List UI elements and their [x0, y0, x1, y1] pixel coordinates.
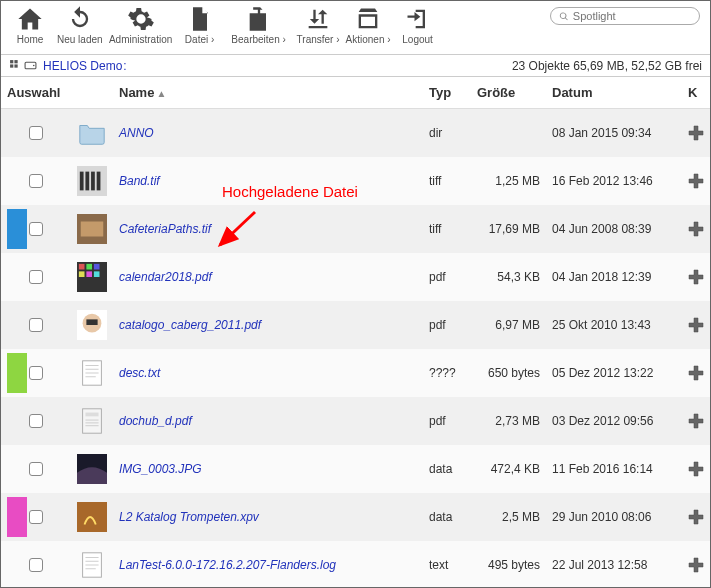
- file-type: tiff: [423, 157, 471, 205]
- drive-icon[interactable]: [24, 59, 37, 72]
- select-checkbox[interactable]: [29, 558, 43, 572]
- svg-rect-18: [86, 271, 92, 277]
- file-name-link[interactable]: IMG_0003.JPG: [119, 462, 202, 476]
- select-checkbox[interactable]: [29, 222, 43, 236]
- file-thumbnail[interactable]: [77, 406, 107, 436]
- file-thumbnail[interactable]: [77, 310, 107, 340]
- file-type: ????: [423, 349, 471, 397]
- reload-label: Neu laden: [57, 34, 103, 45]
- file-thumbnail[interactable]: [77, 262, 107, 292]
- home-button[interactable]: Home: [9, 5, 51, 45]
- grid-icon[interactable]: [9, 59, 22, 72]
- table-row: CafeteriaPaths.tiftiff17,69 MB04 Jun 200…: [1, 205, 710, 253]
- table-row: calendar2018.pdfpdf54,3 KB04 Jan 2018 12…: [1, 253, 710, 301]
- select-checkbox[interactable]: [29, 462, 43, 476]
- file-thumbnail[interactable]: [77, 358, 107, 388]
- file-thumbnail[interactable]: [77, 550, 107, 580]
- select-checkbox[interactable]: [29, 414, 43, 428]
- svg-rect-28: [83, 409, 102, 433]
- spotlight-input[interactable]: [573, 10, 691, 22]
- select-checkbox[interactable]: [29, 510, 43, 524]
- svg-rect-10: [97, 172, 101, 191]
- table-row: LanTest-6.0.0-172.16.2.207-Flanders.logt…: [1, 541, 710, 588]
- add-button[interactable]: [688, 557, 704, 573]
- file-name-link[interactable]: dochub_d.pdf: [119, 414, 192, 428]
- svg-rect-0: [10, 60, 13, 63]
- col-date[interactable]: Datum: [546, 77, 682, 109]
- table-row: IMG_0003.JPGdata472,4 KB11 Feb 2016 16:1…: [1, 445, 710, 493]
- color-label: [7, 353, 27, 393]
- select-checkbox[interactable]: [29, 270, 43, 284]
- file-menu[interactable]: Datei ›: [179, 5, 221, 45]
- file-thumbnail[interactable]: [77, 118, 107, 148]
- col-size[interactable]: Größe: [471, 77, 546, 109]
- file-date: 25 Okt 2010 13:43: [546, 301, 682, 349]
- svg-rect-29: [85, 413, 98, 417]
- file-type: dir: [423, 109, 471, 158]
- file-type: data: [423, 493, 471, 541]
- file-size: 54,3 KB: [471, 253, 546, 301]
- file-name-link[interactable]: Band.tif: [119, 174, 160, 188]
- add-button[interactable]: [688, 413, 704, 429]
- select-checkbox[interactable]: [29, 318, 43, 332]
- svg-rect-19: [94, 271, 100, 277]
- admin-button[interactable]: Administration: [109, 5, 173, 45]
- transfer-menu[interactable]: Transfer ›: [297, 5, 340, 45]
- file-name-link[interactable]: desc.txt: [119, 366, 160, 380]
- file-thumbnail[interactable]: [77, 166, 107, 196]
- select-checkbox[interactable]: [29, 126, 43, 140]
- file-size: 650 bytes: [471, 349, 546, 397]
- col-k[interactable]: K: [682, 77, 710, 109]
- select-checkbox[interactable]: [29, 366, 43, 380]
- select-checkbox[interactable]: [29, 174, 43, 188]
- file-size: 2,5 MB: [471, 493, 546, 541]
- home-label: Home: [17, 34, 44, 45]
- table-row: Band.tiftiff1,25 MB16 Feb 2012 13:46: [1, 157, 710, 205]
- breadcrumb-root[interactable]: HELIOS Demo: [43, 59, 122, 73]
- add-button[interactable]: [688, 125, 704, 141]
- file-date: 08 Jan 2015 09:34: [546, 109, 682, 158]
- file-size: 6,97 MB: [471, 301, 546, 349]
- reload-button[interactable]: Neu laden: [57, 5, 103, 45]
- file-thumbnail[interactable]: [77, 214, 107, 244]
- file-name-link[interactable]: L2 Katalog Trompeten.xpv: [119, 510, 259, 524]
- table-row: ANNOdir08 Jan 2015 09:34: [1, 109, 710, 158]
- add-button[interactable]: [688, 317, 704, 333]
- toolbar: Home Neu laden Administration Datei › Be…: [1, 1, 710, 55]
- file-name-link[interactable]: calendar2018.pdf: [119, 270, 212, 284]
- col-type[interactable]: Typ: [423, 77, 471, 109]
- file-name-link[interactable]: catalogo_caberg_2011.pdf: [119, 318, 261, 332]
- add-button[interactable]: [688, 221, 704, 237]
- svg-rect-1: [14, 60, 17, 63]
- logout-button[interactable]: Logout: [397, 5, 439, 45]
- file-type: data: [423, 445, 471, 493]
- file-thumbnail[interactable]: [77, 454, 107, 484]
- actions-menu[interactable]: Aktionen ›: [346, 5, 391, 45]
- file-date: 29 Jun 2010 08:06: [546, 493, 682, 541]
- file-date: 03 Dez 2012 09:56: [546, 397, 682, 445]
- edit-menu[interactable]: Bearbeiten ›: [227, 5, 291, 45]
- add-button[interactable]: [688, 365, 704, 381]
- file-name-link[interactable]: LanTest-6.0.0-172.16.2.207-Flanders.log: [119, 558, 336, 572]
- file-date: 04 Jun 2008 08:39: [546, 205, 682, 253]
- col-name[interactable]: Name▲: [113, 77, 423, 109]
- svg-rect-17: [79, 271, 85, 277]
- spotlight-search[interactable]: [550, 7, 700, 25]
- add-button[interactable]: [688, 173, 704, 189]
- breadcrumb-sep: :: [123, 59, 126, 73]
- file-thumbnail[interactable]: [77, 502, 107, 532]
- svg-rect-9: [91, 172, 95, 191]
- file-type: pdf: [423, 253, 471, 301]
- file-date: 11 Feb 2016 16:14: [546, 445, 682, 493]
- file-name-link[interactable]: ANNO: [119, 126, 154, 140]
- add-button[interactable]: [688, 509, 704, 525]
- svg-point-5: [33, 65, 35, 67]
- table-row: dochub_d.pdfpdf2,73 MB03 Dez 2012 09:56: [1, 397, 710, 445]
- svg-rect-12: [81, 222, 104, 237]
- add-button[interactable]: [688, 269, 704, 285]
- file-size: 1,25 MB: [471, 157, 546, 205]
- file-name-link[interactable]: CafeteriaPaths.tif: [119, 222, 211, 236]
- file-date: 05 Dez 2012 13:22: [546, 349, 682, 397]
- table-row: L2 Katalog Trompeten.xpvdata2,5 MB29 Jun…: [1, 493, 710, 541]
- add-button[interactable]: [688, 461, 704, 477]
